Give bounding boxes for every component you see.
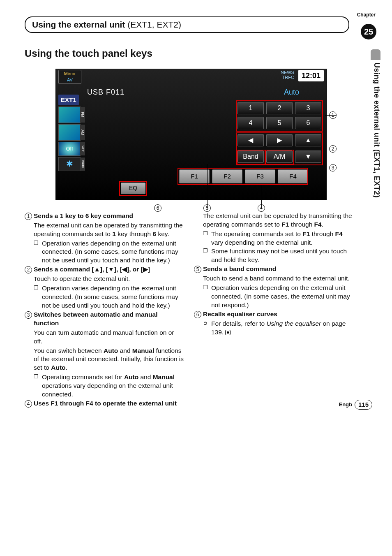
item-3-p1: You can turn automatic and manual functi… — [34, 329, 184, 346]
key-f1[interactable]: F1 — [179, 169, 210, 183]
trfc-label: TRFC — [281, 75, 294, 80]
end-mark-icon — [225, 330, 231, 335]
bullet-icon: ❐ — [34, 239, 42, 265]
mirror-label: Mirror — [64, 71, 76, 77]
item-1: 1 Sends a 1 key to 6 key command — [25, 212, 184, 220]
leader-2 — [325, 149, 336, 149]
callout-4: 4 — [258, 204, 267, 212]
key-band[interactable]: Band — [238, 151, 264, 163]
item-3-sub1: Operating commands set for Auto and Manu… — [42, 373, 184, 399]
item-5-title: Sends a band command — [203, 265, 353, 273]
bullet-icon: ❐ — [203, 247, 211, 264]
item-4-num: 4 — [25, 400, 32, 408]
key-6[interactable]: 6 — [295, 117, 321, 129]
number-key-grid: 1 2 3 4 5 6 — [238, 102, 321, 129]
item-4: 4 Uses F1 through F4 to operate the exte… — [25, 399, 184, 408]
mirror-av-button[interactable]: Mirror AV — [58, 70, 81, 84]
page-number: 115 — [355, 400, 372, 410]
am-source-button[interactable]: AM — [58, 124, 81, 141]
av-label: AV — [67, 77, 73, 83]
item-1-text: The external unit can be operated by tra… — [34, 221, 184, 239]
footer: Engb 115 — [339, 400, 372, 410]
item-1-num: 1 — [25, 213, 32, 220]
item-6: 6 Recalls equaliser curves — [194, 310, 353, 319]
bluetooth-button[interactable]: ✱Audio — [58, 157, 81, 171]
screenshot-wrap: Mirror AV NEWS TRFC 12:01 USB F011 Auto … — [55, 69, 327, 200]
chapter-number-badge: 25 — [361, 24, 376, 39]
news-trfc-indicator: NEWS TRFC — [281, 70, 298, 80]
bullet-icon: ❐ — [34, 284, 42, 310]
item-3: 3 Switches between automatic and manual … — [25, 310, 184, 328]
off-button[interactable]: OffOFF — [58, 142, 81, 156]
ext1-badge: EXT1 — [58, 95, 79, 105]
device-screenshot: Mirror AV NEWS TRFC 12:01 USB F011 Auto … — [55, 69, 327, 200]
header-title: Using the external unit (EXT1, EXT2) — [32, 19, 342, 30]
item-1-sub1: Operation varies depending on the extern… — [42, 239, 184, 265]
key-down[interactable]: ▼ — [295, 151, 321, 163]
audio-tab: Audio — [80, 158, 85, 171]
item-5: 5 Sends a band command — [194, 265, 353, 273]
key-2[interactable]: 2 — [266, 102, 293, 114]
section-title: Using the touch panel keys — [25, 47, 376, 60]
footer-lang: Engb — [339, 401, 352, 408]
item-6-sub1: For details, refer to Using the equalise… — [211, 320, 353, 337]
item-4-text: The external unit can be operated by tra… — [203, 212, 353, 229]
item-2-text: Touch to operate the external unit. — [34, 275, 184, 283]
key-1[interactable]: 1 — [238, 102, 264, 114]
column-left: 1 Sends a 1 key to 6 key command The ext… — [25, 212, 184, 409]
news-label: NEWS — [281, 70, 294, 75]
key-f2[interactable]: F2 — [212, 169, 242, 183]
leader-5 — [207, 164, 208, 208]
off-tab: OFF — [80, 142, 85, 155]
item-5-text: Touch to send a band command to the exte… — [203, 274, 353, 283]
item-4-title: Uses F1 through F4 to operate the extern… — [34, 399, 184, 408]
vertical-title: Using the external unit (EXT1, EXT2) — [372, 63, 382, 198]
item-1-title: Sends a 1 key to 6 key command — [34, 212, 184, 220]
item-3-title: Switches between automatic and manual fu… — [34, 310, 184, 328]
fm-tab: FM — [80, 107, 85, 123]
item-4-sub1: The operating commands set to F1 through… — [211, 230, 353, 247]
clock: 12:01 — [298, 70, 324, 81]
key-f3[interactable]: F3 — [245, 169, 275, 183]
key-f4[interactable]: F4 — [278, 169, 308, 183]
left-column: EXT1 FM AM OffOFF ✱Audio — [58, 95, 84, 171]
function-row: F1 F2 F3 F4 — [179, 169, 308, 183]
key-3[interactable]: 3 — [295, 102, 321, 114]
leader-6 — [158, 196, 158, 208]
callout-5: 5 — [203, 204, 212, 212]
key-5[interactable]: 5 — [266, 117, 293, 129]
header-bar: Using the external unit (EXT1, EXT2) — [25, 16, 349, 33]
side-tab — [371, 49, 380, 60]
key-4[interactable]: 4 — [238, 117, 264, 129]
leader-1 — [325, 115, 336, 116]
item-6-title: Recalls equaliser curves — [203, 310, 353, 319]
chapter-label: Chapter — [357, 12, 376, 18]
header-title-sub: (EXT1, EXT2) — [127, 20, 181, 29]
arrow-row: ◀ ▶ ▲ — [238, 134, 321, 146]
item-2: 2 Sends a command [▲], [▼], [◀], or [▶] — [25, 265, 184, 274]
am-tab: AM — [80, 125, 85, 140]
source-label: USB F011 — [87, 87, 125, 97]
off-label: Off — [66, 145, 73, 153]
item-6-num: 6 — [194, 311, 201, 318]
bullet-icon: ❐ — [34, 373, 42, 399]
item-2-title: Sends a command [▲], [▼], [◀], or [▶] — [34, 265, 184, 274]
item-5-num: 5 — [194, 266, 201, 273]
band-row: Band A/M ▼ — [238, 151, 321, 163]
key-right[interactable]: ▶ — [266, 134, 293, 146]
key-am-mode[interactable]: A/M — [266, 151, 293, 163]
eq-button[interactable]: EQ — [121, 183, 145, 194]
item-3-p2: You can switch between Auto and Manual f… — [34, 347, 184, 373]
key-left[interactable]: ◀ — [238, 134, 264, 146]
bluetooth-icon: ✱ — [66, 158, 73, 169]
fm-source-button[interactable]: FM — [58, 107, 81, 123]
header-title-main: Using the external unit — [32, 20, 127, 29]
link-icon: ➲ — [203, 320, 211, 337]
bullet-icon: ❐ — [203, 230, 211, 247]
leader-3 — [295, 168, 336, 168]
item-4-sub2: Some functions may not be used until you… — [211, 247, 353, 264]
item-2-num: 2 — [25, 266, 32, 273]
item-3-num: 3 — [25, 311, 32, 319]
column-right: The external unit can be operated by tra… — [194, 212, 353, 409]
key-up[interactable]: ▲ — [295, 134, 321, 146]
